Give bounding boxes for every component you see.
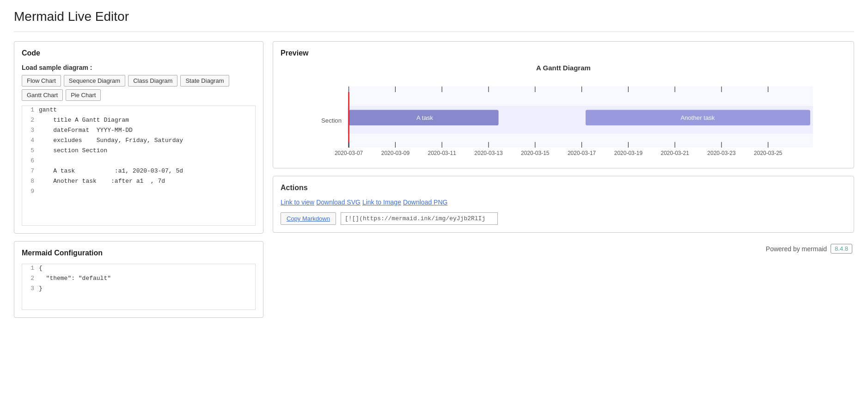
preview-panel-title: Preview — [281, 49, 846, 57]
line-content-3: dateFormat YYYY-MM-DD — [39, 126, 255, 134]
config-line-2: 2 "theme": "default" — [22, 274, 255, 285]
date-1: 2020-03-09 — [381, 150, 410, 156]
config-line-content-1: { — [39, 264, 255, 272]
code-lines: 1 gantt 2 title A Gantt Diagram 3 dateFo… — [22, 106, 255, 198]
flow-chart-button[interactable]: Flow Chart — [22, 75, 61, 87]
class-diagram-button[interactable]: Class Diagram — [128, 75, 177, 87]
code-line-5: 5 section Section — [22, 147, 255, 157]
actions-title: Actions — [281, 184, 846, 192]
line-content-5: section Section — [39, 147, 255, 154]
action-links: Link to view Download SVG Link to Image … — [281, 198, 846, 206]
date-0: 2020-03-07 — [335, 150, 363, 156]
download-svg-link[interactable]: Download SVG — [316, 198, 361, 206]
left-column: Code Load sample diagram : Flow Chart Se… — [14, 41, 263, 318]
pie-chart-button[interactable]: Pie Chart — [66, 89, 101, 101]
config-editor[interactable]: 1 { 2 "theme": "default" 3 } — [22, 264, 256, 310]
code-panel-title: Code — [22, 49, 256, 57]
sample-buttons-row2: Gantt Chart Pie Chart — [22, 89, 256, 101]
markdown-row: Copy Markdown — [281, 212, 846, 225]
line-num-8: 8 — [22, 177, 39, 185]
gantt-title: A Gantt Diagram — [281, 64, 846, 72]
config-line-1: 1 { — [22, 264, 255, 274]
actions-panel: Actions Link to view Download SVG Link t… — [273, 176, 854, 233]
powered-text: Powered by mermaid — [766, 245, 827, 253]
config-panel-title: Mermaid Configuration — [22, 249, 256, 257]
code-line-1: 1 gantt — [22, 106, 255, 116]
right-column: Preview A Gantt Diagram Section A task — [273, 41, 854, 254]
config-line-3: 3 } — [22, 285, 255, 295]
load-sample-label: Load sample diagram : — [22, 64, 256, 71]
task-a-bar-label: A task — [416, 114, 433, 121]
config-line-num-3: 3 — [22, 285, 39, 292]
footer: Powered by mermaid 8.4.8 — [273, 244, 854, 254]
gantt-svg: Section A task Another task — [281, 75, 846, 159]
line-num-2: 2 — [22, 116, 39, 124]
code-panel: Code Load sample diagram : Flow Chart Se… — [14, 41, 263, 234]
code-line-6: 6 — [22, 157, 255, 167]
date-6: 2020-03-19 — [614, 150, 643, 156]
app-title: Mermaid Live Editor — [14, 9, 854, 24]
line-num-7: 7 — [22, 167, 39, 174]
date-5: 2020-03-17 — [568, 150, 596, 156]
code-line-8: 8 Another task :after a1 , 7d — [22, 177, 255, 187]
line-content-9 — [39, 187, 255, 188]
header-divider — [14, 31, 854, 32]
copy-markdown-button[interactable]: Copy Markdown — [281, 212, 336, 225]
line-content-2: title A Gantt Diagram — [39, 116, 255, 124]
line-num-6: 6 — [22, 157, 39, 164]
gantt-chart-button[interactable]: Gantt Chart — [22, 89, 63, 101]
main-layout: Code Load sample diagram : Flow Chart Se… — [14, 41, 854, 318]
config-panel: Mermaid Configuration 1 { 2 "theme": "de… — [14, 241, 263, 318]
config-line-num-1: 1 — [22, 264, 39, 272]
config-line-num-2: 2 — [22, 274, 39, 282]
code-line-4: 4 excludes Sunday, Friday, Saturday — [22, 136, 255, 147]
date-7: 2020-03-21 — [661, 150, 690, 156]
date-4: 2020-03-15 — [521, 150, 550, 156]
markdown-input[interactable] — [341, 212, 498, 225]
config-line-content-3: } — [39, 285, 255, 292]
preview-panel: Preview A Gantt Diagram Section A task — [273, 41, 854, 168]
line-num-3: 3 — [22, 126, 39, 134]
config-lines: 1 { 2 "theme": "default" 3 } — [22, 264, 255, 295]
sequence-diagram-button[interactable]: Sequence Diagram — [64, 75, 125, 87]
link-to-image[interactable]: Link to Image — [362, 198, 401, 206]
task-b-bar-label: Another task — [680, 114, 715, 121]
code-editor[interactable]: 1 gantt 2 title A Gantt Diagram 3 dateFo… — [22, 105, 256, 226]
line-content-8: Another task :after a1 , 7d — [39, 177, 255, 185]
date-2: 2020-03-11 — [428, 150, 457, 156]
line-num-1: 1 — [22, 106, 39, 113]
link-to-view[interactable]: Link to view — [281, 198, 314, 206]
line-num-9: 9 — [22, 187, 39, 195]
line-num-5: 5 — [22, 147, 39, 154]
version-badge: 8.4.8 — [831, 244, 852, 254]
code-line-2: 2 title A Gantt Diagram — [22, 116, 255, 126]
download-png-link[interactable]: Download PNG — [403, 198, 448, 206]
sample-buttons-row1: Flow Chart Sequence Diagram Class Diagra… — [22, 75, 256, 87]
code-line-7: 7 A task :a1, 2020-03-07, 5d — [22, 167, 255, 177]
code-line-9: 9 — [22, 187, 255, 198]
line-num-4: 4 — [22, 136, 39, 144]
date-8: 2020-03-23 — [707, 150, 736, 156]
gantt-container: A Gantt Diagram Section A task Another t… — [281, 64, 846, 161]
line-content-7: A task :a1, 2020-03-07, 5d — [39, 167, 255, 174]
config-line-content-2: "theme": "default" — [39, 274, 255, 282]
state-diagram-button[interactable]: State Diagram — [180, 75, 229, 87]
code-line-3: 3 dateFormat YYYY-MM-DD — [22, 126, 255, 136]
line-content-1: gantt — [39, 106, 255, 113]
section-label: Section — [321, 117, 342, 124]
line-content-6 — [39, 157, 255, 157]
date-9: 2020-03-25 — [754, 150, 782, 156]
line-content-4: excludes Sunday, Friday, Saturday — [39, 136, 255, 144]
date-3: 2020-03-13 — [474, 150, 503, 156]
